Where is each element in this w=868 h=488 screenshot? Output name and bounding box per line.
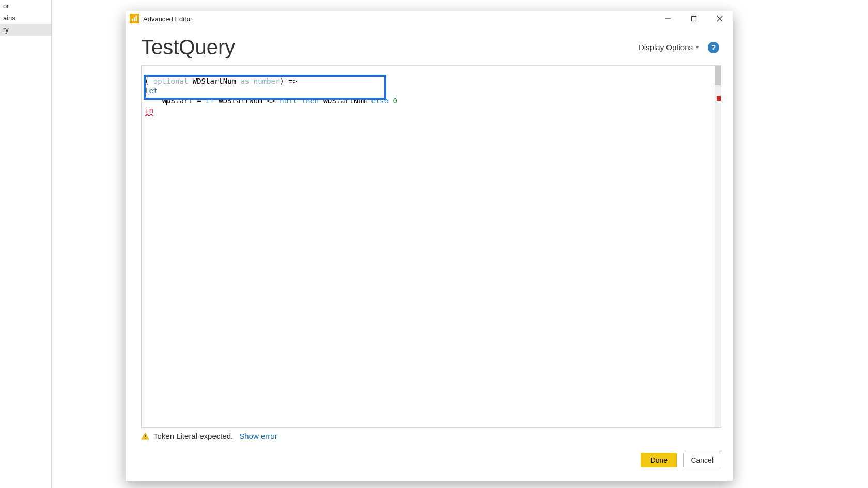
- window-title: Advanced Editor: [143, 15, 655, 23]
- code-line-3[interactable]: WDStart = if WDStartNum <> null then WDS…: [145, 97, 397, 105]
- maximize-button[interactable]: [681, 11, 707, 26]
- dialog-footer: Done Cancel: [126, 440, 733, 481]
- done-button[interactable]: Done: [641, 453, 677, 467]
- svg-rect-4: [692, 17, 696, 21]
- scrollbar-thumb[interactable]: [715, 66, 721, 85]
- show-error-link[interactable]: Show error: [239, 432, 277, 440]
- display-options-label: Display Options: [639, 43, 693, 52]
- help-button[interactable]: ?: [708, 42, 719, 53]
- chevron-down-icon: ▾: [696, 44, 699, 50]
- svg-rect-0: [132, 19, 133, 21]
- bg-item[interactable]: ry: [0, 24, 51, 36]
- header-row: TestQuery Display Options ▾ ?: [126, 26, 733, 63]
- query-name: TestQuery: [141, 36, 639, 59]
- cancel-button[interactable]: Cancel: [683, 453, 721, 467]
- code-line-4[interactable]: in: [145, 106, 153, 115]
- advanced-editor-dialog: Advanced Editor TestQuery Display Option…: [126, 11, 733, 481]
- svg-rect-2: [136, 16, 137, 22]
- code-line-2[interactable]: let: [145, 87, 158, 95]
- warning-icon: [141, 432, 149, 440]
- powerbi-icon: [130, 14, 139, 23]
- bg-item[interactable]: or: [0, 0, 51, 12]
- window-controls: [655, 11, 733, 26]
- minimize-button[interactable]: [655, 11, 681, 26]
- close-button[interactable]: [707, 11, 733, 26]
- bg-item[interactable]: ains: [0, 12, 51, 24]
- code-editor[interactable]: ( optional WDStartNum as number) => let …: [141, 65, 721, 428]
- syntax-status: Token Literal expected. Show error: [141, 432, 721, 440]
- code-area[interactable]: ( optional WDStartNum as number) => let …: [145, 67, 714, 427]
- code-line-1[interactable]: ( optional WDStartNum as number) =>: [145, 77, 297, 85]
- title-bar: Advanced Editor: [126, 11, 733, 26]
- svg-rect-8: [145, 435, 146, 437]
- syntax-error-text: Token Literal expected.: [153, 432, 233, 440]
- svg-rect-1: [134, 17, 135, 21]
- vertical-scrollbar[interactable]: [715, 66, 721, 427]
- queries-panel: or ains ry: [0, 0, 52, 488]
- display-options-dropdown[interactable]: Display Options ▾: [639, 43, 699, 52]
- svg-rect-9: [145, 438, 146, 439]
